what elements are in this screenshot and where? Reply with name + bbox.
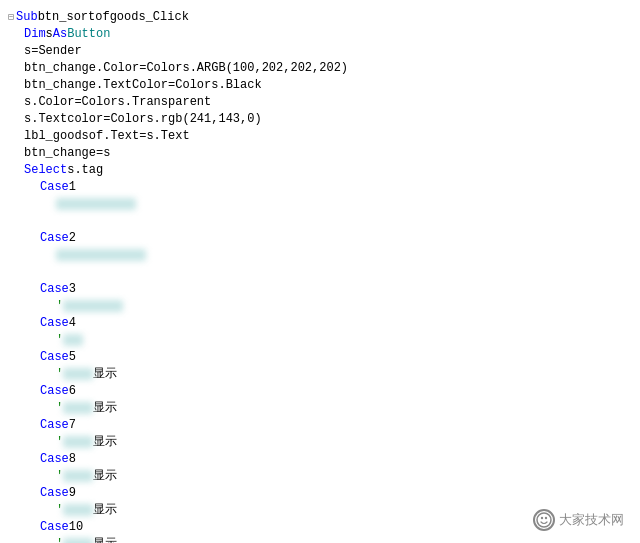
code-line-9: btn_change=s	[8, 144, 640, 161]
code-line-32: ' 显示	[8, 535, 640, 543]
keyword-sub: Sub	[16, 10, 38, 24]
code-line-blank2	[8, 263, 640, 280]
code-line-8: lbl_goodsof.Text=s.Text	[8, 127, 640, 144]
code-line-19: Case 4	[8, 314, 640, 331]
code-line-2: Dim s As Button	[8, 25, 640, 42]
code-line-6: s.Color=Colors.Transparent	[8, 93, 640, 110]
code-line-blank1	[8, 212, 640, 229]
code-line-5: btn_change.TextColor=Colors.Black	[8, 76, 640, 93]
watermark-text: 大家技术网	[559, 511, 624, 529]
code-line-25: Case 7	[8, 416, 640, 433]
code-line-26: ' 显示	[8, 433, 640, 450]
code-line-15	[8, 246, 640, 263]
code-line-22: ' 显示	[8, 365, 640, 382]
code-line-4: btn_change.Color=Colors.ARGB(100,202,202…	[8, 59, 640, 76]
watermark-icon	[533, 509, 555, 531]
code-line-3: s=Sender	[8, 42, 640, 59]
collapse-icon[interactable]: ⊟	[8, 11, 14, 23]
code-line-24: ' 显示	[8, 399, 640, 416]
code-editor: ⊟Sub btn_sortofgoods_Click Dim s As Butt…	[0, 0, 640, 543]
code-line-29: Case 9	[8, 484, 640, 501]
code-line-23: Case 6	[8, 382, 640, 399]
code-line-17: Case 3	[8, 280, 640, 297]
svg-point-2	[545, 517, 547, 519]
svg-point-0	[537, 513, 551, 527]
svg-point-1	[541, 517, 543, 519]
code-line-27: Case 8	[8, 450, 640, 467]
watermark: 大家技术网	[533, 509, 624, 531]
code-line-10: Select s.tag	[8, 161, 640, 178]
code-line-7: s.Textcolor=Colors.rgb(241,143,0)	[8, 110, 640, 127]
function-name: btn_sortofgoods_Click	[38, 10, 189, 24]
code-line-28: ' 显示	[8, 467, 640, 484]
code-line-12	[8, 195, 640, 212]
code-line-1: ⊟Sub btn_sortofgoods_Click	[8, 8, 640, 25]
code-line-18: '	[8, 297, 640, 314]
code-line-11: Case 1	[8, 178, 640, 195]
code-line-21: Case 5	[8, 348, 640, 365]
watermark-svg-icon	[536, 512, 552, 528]
code-line-20: '	[8, 331, 640, 348]
code-line-14: Case 2	[8, 229, 640, 246]
